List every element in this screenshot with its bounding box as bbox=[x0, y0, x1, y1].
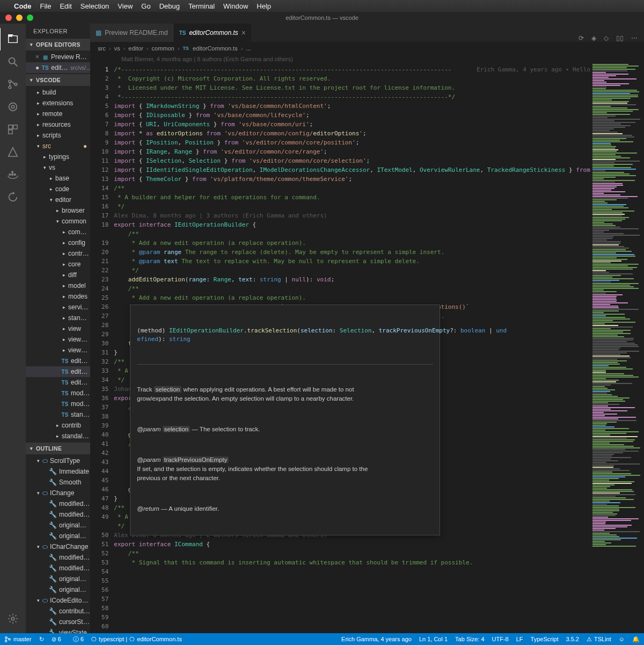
outline-item[interactable]: ▾⬭ICharChange bbox=[26, 541, 90, 552]
activity-scm-icon[interactable] bbox=[0, 73, 26, 96]
toolbar-sync-icon[interactable]: ⟳ bbox=[579, 34, 584, 42]
outline-item[interactable]: 🔧modifiedEndLineNumber bbox=[26, 498, 90, 509]
menu-code[interactable]: Code bbox=[14, 2, 32, 10]
status-errors[interactable]: ⊘ 6 ⓘ 6 bbox=[52, 635, 84, 643]
outline-item[interactable]: 🔧viewState bbox=[26, 627, 90, 633]
folder-item[interactable]: ▸remote bbox=[26, 108, 90, 119]
folder-item[interactable]: ▸scripts bbox=[26, 130, 90, 141]
file-item[interactable]: TSstandaloneStrings.ts bbox=[26, 409, 90, 420]
status-eol[interactable]: LF bbox=[516, 636, 523, 643]
folder-item[interactable]: ▾editor bbox=[26, 194, 90, 205]
menu-view[interactable]: View bbox=[118, 2, 133, 10]
outline-item[interactable]: ▾⬭IChange bbox=[26, 488, 90, 498]
folder-item[interactable]: ▸build bbox=[26, 87, 90, 98]
status-task[interactable]: ⎔ typescript | ⎔ editorCommon.ts bbox=[91, 636, 182, 643]
outline-item[interactable]: 🔧originalEndColumn bbox=[26, 574, 90, 584]
outline-item[interactable]: 🔧cursorState bbox=[26, 617, 90, 627]
activity-docker-icon[interactable] bbox=[0, 163, 26, 186]
status-blame[interactable]: Erich Gamma, 4 years ago bbox=[341, 636, 412, 643]
folder-item[interactable]: ▸browser bbox=[26, 205, 90, 216]
status-language[interactable]: TypeScript bbox=[531, 636, 559, 643]
folder-item[interactable]: ▸view bbox=[26, 323, 90, 334]
status-bell-icon[interactable]: 🔔 bbox=[632, 636, 640, 643]
close-window-icon[interactable] bbox=[5, 15, 12, 21]
toolbar-preview-icon[interactable]: ◈ bbox=[591, 34, 596, 42]
outline-item[interactable]: 🔧contributionsState bbox=[26, 606, 90, 617]
file-item[interactable]: TSmodel.ts bbox=[26, 388, 90, 398]
folder-item[interactable]: ▸commands bbox=[26, 227, 90, 237]
activity-settings-icon[interactable] bbox=[0, 607, 26, 630]
activity-extensions-icon[interactable] bbox=[0, 118, 26, 141]
file-item[interactable]: TSeditorAction.ts bbox=[26, 356, 90, 366]
folder-item[interactable]: ▾vs bbox=[26, 162, 90, 173]
toolbar-diamond-icon[interactable]: ◇ bbox=[604, 34, 609, 42]
folder-item[interactable]: ▸config bbox=[26, 237, 90, 248]
menu-go[interactable]: Go bbox=[141, 2, 150, 10]
folder-item[interactable]: ▸standalone bbox=[26, 313, 90, 323]
outline-item[interactable]: 🔧Smooth bbox=[26, 477, 90, 488]
folder-item[interactable]: ▸modes bbox=[26, 291, 90, 302]
activity-restart-icon[interactable] bbox=[0, 186, 26, 208]
open-editor-item[interactable]: ●TSeditorCommon.tssrc/vs/... bbox=[26, 62, 90, 73]
status-ts-version[interactable]: 3.5.2 bbox=[566, 636, 579, 643]
folder-item[interactable]: ▸controller bbox=[26, 248, 90, 259]
menu-help[interactable]: Help bbox=[257, 2, 271, 10]
maximize-window-icon[interactable] bbox=[27, 15, 33, 21]
menu-selection[interactable]: Selection bbox=[80, 2, 109, 10]
open-editor-item[interactable]: ×▦Preview README.md bbox=[26, 52, 90, 62]
folder-item[interactable]: ▸core bbox=[26, 259, 90, 270]
activity-search-icon[interactable] bbox=[0, 50, 26, 73]
outline-item[interactable]: 🔧modifiedStartColumn bbox=[26, 563, 90, 574]
folder-item[interactable]: ▸viewLayout bbox=[26, 334, 90, 345]
folder-item[interactable]: ▸standalone bbox=[26, 431, 90, 441]
section-outline[interactable]: ▾OUTLINE bbox=[26, 443, 90, 454]
editor-tab[interactable]: TSeditorCommon.ts× bbox=[174, 24, 252, 42]
folder-item[interactable]: ▾src● bbox=[26, 141, 90, 151]
menu-file[interactable]: File bbox=[40, 2, 52, 10]
folder-item[interactable]: ▸extensions bbox=[26, 98, 90, 108]
outline-item[interactable]: 🔧originalStartLineNumber bbox=[26, 531, 90, 541]
outline-item[interactable]: 🔧modifiedStartLineNumber bbox=[26, 509, 90, 520]
menu-edit[interactable]: Edit bbox=[60, 2, 71, 10]
code-editor[interactable]: /*--------------------------------------… bbox=[114, 64, 590, 633]
activity-azure-icon[interactable] bbox=[0, 141, 26, 163]
status-position[interactable]: Ln 1, Col 1 bbox=[419, 636, 448, 643]
outline-item[interactable]: 🔧originalStartColumn bbox=[26, 584, 90, 595]
file-item[interactable]: TSeditorContextKeys.ts bbox=[26, 377, 90, 388]
status-branch[interactable]: master bbox=[4, 636, 32, 643]
file-item[interactable]: TSmodes.ts bbox=[26, 398, 90, 409]
toolbar-split-icon[interactable]: ▯▯ bbox=[616, 34, 624, 42]
minimize-window-icon[interactable] bbox=[16, 15, 23, 21]
folder-item[interactable]: ▸base bbox=[26, 173, 90, 184]
status-tabsize[interactable]: Tab Size: 4 bbox=[455, 636, 484, 643]
breadcrumb[interactable]: src›vs›editor›common›TSeditorCommon.ts›.… bbox=[90, 42, 644, 55]
outline-item[interactable]: ▾⬭ICodeEditorViewState bbox=[26, 595, 90, 606]
folder-item[interactable]: ▸resources bbox=[26, 119, 90, 130]
menu-window[interactable]: Window bbox=[223, 2, 248, 10]
section-folder[interactable]: ▾VSCODE bbox=[26, 74, 90, 86]
folder-item[interactable]: ▸diff bbox=[26, 270, 90, 280]
activity-target-icon[interactable] bbox=[0, 96, 26, 118]
outline-item[interactable]: 🔧modifiedEndColumn bbox=[26, 552, 90, 563]
file-item[interactable]: TSeditorCommon.ts bbox=[26, 366, 90, 377]
menu-debug[interactable]: Debug bbox=[159, 2, 180, 10]
section-open-editors[interactable]: ▾OPEN EDITORS bbox=[26, 39, 90, 50]
status-feedback-icon[interactable]: ☺ bbox=[619, 636, 625, 643]
outline-item[interactable]: ▾⬭ScrollType bbox=[26, 455, 90, 466]
folder-item[interactable]: ▸services bbox=[26, 302, 90, 313]
menu-terminal[interactable]: Terminal bbox=[188, 2, 215, 10]
folder-item[interactable]: ▾common bbox=[26, 216, 90, 227]
toolbar-more-icon[interactable]: ⋯ bbox=[631, 34, 638, 42]
folder-item[interactable]: ▸code bbox=[26, 184, 90, 194]
status-sync[interactable]: ↻ bbox=[39, 636, 44, 643]
close-tab-icon[interactable]: × bbox=[241, 28, 246, 37]
folder-item[interactable]: ▸contrib bbox=[26, 420, 90, 431]
outline-item[interactable]: 🔧Immediate bbox=[26, 466, 90, 477]
editor-tab[interactable]: ▦Preview README.md bbox=[90, 24, 173, 42]
folder-item[interactable]: ▸typings bbox=[26, 151, 90, 162]
status-tslint[interactable]: ⚠ TSLint bbox=[587, 636, 611, 643]
folder-item[interactable]: ▸model bbox=[26, 280, 90, 291]
minimap[interactable] bbox=[590, 64, 644, 633]
outline-item[interactable]: 🔧originalEndLineNumber bbox=[26, 520, 90, 531]
status-encoding[interactable]: UTF-8 bbox=[492, 636, 509, 643]
